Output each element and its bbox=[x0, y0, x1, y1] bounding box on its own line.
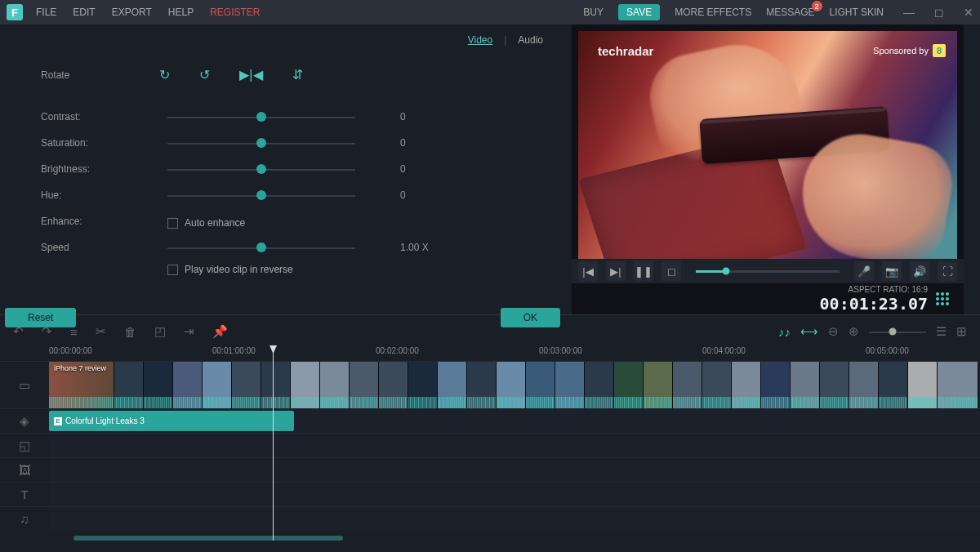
menu-file[interactable]: FILE bbox=[36, 7, 56, 18]
close-icon[interactable]: ✕ bbox=[964, 6, 973, 19]
text-track-row: T bbox=[0, 482, 980, 506]
menu-export[interactable]: EXPORT bbox=[112, 7, 152, 18]
hue-label: Hue: bbox=[41, 189, 167, 201]
auto-enhance-checkbox[interactable] bbox=[167, 218, 178, 229]
maximize-icon[interactable]: ◻ bbox=[934, 6, 944, 19]
message-button[interactable]: MESSAGE 2 bbox=[766, 7, 814, 18]
ruler-mark: 00:01:00:00 bbox=[212, 346, 256, 355]
timeline-scroll bbox=[49, 531, 980, 545]
speed-row: Speed 1.00 X bbox=[41, 234, 547, 260]
timeline-tools-right: ♪♪ ⟷ ⊖ ⊕ ☰ ⊞ bbox=[778, 324, 967, 339]
preview-timecode: 00:01:23.07 bbox=[820, 294, 928, 314]
menu-right: BUY SAVE MORE EFFECTS MESSAGE 2 LIGHT SK… bbox=[583, 4, 973, 20]
audio-track[interactable] bbox=[49, 507, 980, 531]
pin-icon[interactable]: 📌 bbox=[212, 324, 228, 339]
edit-panel: Video | Audio Rotate ↻ ↺ ▶|◀ ⇵ Contrast:… bbox=[0, 24, 572, 314]
contrast-value: 0 bbox=[400, 111, 441, 122]
menu-register[interactable]: REGISTER bbox=[210, 7, 260, 18]
split-icon[interactable]: ✂ bbox=[96, 324, 106, 339]
reset-button[interactable]: Reset bbox=[5, 308, 76, 327]
speed-value: 1.00 X bbox=[400, 242, 441, 253]
flip-vertical-icon[interactable]: ⇵ bbox=[292, 67, 303, 82]
fullscreen-icon[interactable]: ⛶ bbox=[938, 261, 957, 281]
preview-sponsor: Sponsored by8 bbox=[873, 44, 946, 57]
ruler-mark: 00:02:00:00 bbox=[376, 346, 419, 355]
text-track-icon[interactable]: T bbox=[0, 483, 49, 506]
video-track[interactable]: iPhone 7 review bbox=[49, 362, 980, 408]
brightness-value: 0 bbox=[400, 163, 441, 175]
ok-button[interactable]: OK bbox=[501, 308, 560, 327]
zoom-slider[interactable] bbox=[869, 327, 926, 336]
text-track[interactable] bbox=[49, 483, 980, 506]
contrast-slider[interactable] bbox=[167, 111, 355, 122]
pause-button[interactable]: ❚❚ bbox=[634, 261, 653, 281]
effect-clip[interactable]: E Colorful Light Leaks 3 bbox=[49, 411, 294, 431]
flip-horizontal-icon[interactable]: ▶|◀ bbox=[239, 67, 262, 82]
hue-slider[interactable] bbox=[167, 189, 355, 201]
volume-icon[interactable]: 🔊 bbox=[910, 261, 929, 281]
rotate-cw-icon[interactable]: ↻ bbox=[159, 67, 170, 82]
reverse-checkbox[interactable] bbox=[167, 265, 178, 275]
zoom-out-icon[interactable]: ⊖ bbox=[828, 324, 839, 339]
save-button[interactable]: SAVE bbox=[618, 4, 660, 20]
snapshot-icon[interactable]: 📷 bbox=[882, 261, 902, 281]
playhead[interactable] bbox=[273, 345, 274, 541]
minimize-icon[interactable]: — bbox=[903, 6, 915, 19]
voiceover-icon[interactable]: 🎤 bbox=[854, 261, 874, 281]
timeline-tools: ↶ ↷ ≡ ✂ 🗑 ◰ ⇥ 📌 ♪♪ ⟷ ⊖ ⊕ ☰ ⊞ bbox=[0, 320, 980, 343]
export-frame-icon[interactable]: ⇥ bbox=[184, 324, 194, 339]
image-track-icon[interactable]: 🖼 bbox=[0, 458, 49, 482]
menu-help[interactable]: HELP bbox=[168, 7, 194, 18]
delete-icon[interactable]: 🗑 bbox=[124, 325, 136, 339]
audio-tool-icon[interactable]: ♪♪ bbox=[778, 325, 791, 339]
more-effects-button[interactable]: MORE EFFECTS bbox=[675, 7, 751, 18]
settings-tool-icon[interactable]: ⊞ bbox=[956, 324, 967, 339]
timeline-scrollbar[interactable] bbox=[74, 536, 343, 541]
rotate-row: Rotate ↻ ↺ ▶|◀ ⇵ bbox=[41, 67, 547, 82]
prev-frame-button[interactable]: |◀ bbox=[578, 261, 598, 281]
saturation-slider[interactable] bbox=[167, 137, 355, 149]
video-track-icon[interactable]: ▭ bbox=[0, 362, 49, 408]
zoom-in-icon[interactable]: ⊕ bbox=[849, 324, 859, 339]
overlay-track[interactable] bbox=[49, 434, 980, 457]
reverse-label: Play video clip in reverse bbox=[185, 264, 293, 275]
auto-enhance-label: Auto enhance bbox=[185, 217, 245, 229]
menu-left: FILE EDIT EXPORT HELP REGISTER bbox=[36, 7, 261, 18]
speed-slider[interactable] bbox=[167, 242, 355, 253]
brightness-slider[interactable] bbox=[167, 163, 355, 175]
next-frame-button[interactable]: ▶| bbox=[606, 261, 626, 281]
sliders-group: Contrast: 0 Saturation: 0 Brightness: 0 … bbox=[41, 104, 547, 275]
upper-area: Video | Audio Rotate ↻ ↺ ▶|◀ ⇵ Contrast:… bbox=[0, 24, 980, 314]
effect-badge: E bbox=[54, 417, 62, 425]
hue-value: 0 bbox=[400, 189, 441, 201]
effect-track[interactable]: E Colorful Light Leaks 3 bbox=[49, 409, 980, 433]
stop-button[interactable]: ◻ bbox=[662, 261, 681, 281]
light-skin-button[interactable]: LIGHT SKIN bbox=[830, 7, 884, 18]
tracks-area: ▭ iPhone 7 review bbox=[0, 361, 980, 531]
image-track[interactable] bbox=[49, 458, 980, 482]
auto-enhance-option[interactable]: Auto enhance bbox=[167, 217, 245, 229]
aspect-ratio: ASPECT RATIO: 16:9 bbox=[820, 285, 928, 294]
preview-progress[interactable] bbox=[696, 270, 840, 273]
video-track-row: ▭ iPhone 7 review bbox=[0, 361, 980, 408]
crop-icon[interactable]: ◰ bbox=[154, 324, 166, 339]
saturation-row: Saturation: 0 bbox=[41, 130, 547, 156]
rotate-ccw-icon[interactable]: ↺ bbox=[199, 67, 210, 82]
timeline-ruler[interactable]: 00:00:00:00 00:01:00:00 00:02:00:00 00:0… bbox=[49, 343, 980, 361]
buy-button[interactable]: BUY bbox=[583, 7, 604, 18]
audio-track-icon[interactable]: ♫ bbox=[0, 507, 49, 531]
list-view-icon[interactable]: ☰ bbox=[936, 324, 947, 339]
grip-icon[interactable] bbox=[936, 292, 949, 305]
effect-track-icon[interactable]: ◈ bbox=[0, 409, 49, 433]
preview-panel: techradar Sponsored by8 |◀ ▶| ❚❚ ◻ 🎤 📷 🔊… bbox=[572, 24, 964, 314]
reverse-option[interactable]: Play video clip in reverse bbox=[167, 264, 547, 275]
saturation-label: Saturation: bbox=[41, 137, 167, 149]
tab-audio[interactable]: Audio bbox=[518, 34, 543, 46]
link-tool-icon[interactable]: ⟷ bbox=[800, 324, 818, 339]
overlay-track-icon[interactable]: ◱ bbox=[0, 434, 49, 457]
clip-label: iPhone 7 review bbox=[54, 364, 106, 372]
preview-video[interactable]: techradar Sponsored by8 bbox=[578, 31, 957, 259]
menu-edit[interactable]: EDIT bbox=[73, 7, 95, 18]
tab-video[interactable]: Video bbox=[468, 34, 492, 46]
preview-infobar: ASPECT RATIO: 16:9 00:01:23.07 bbox=[572, 283, 964, 314]
